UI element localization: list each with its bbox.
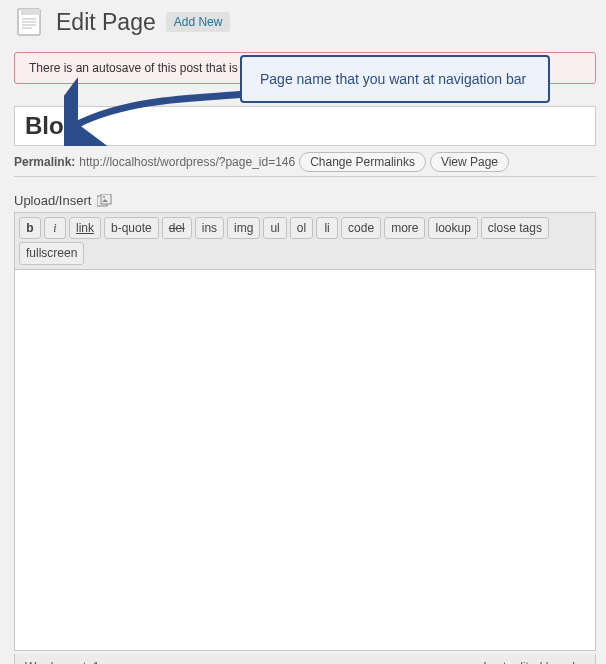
last-edited: Last edited by adm <box>484 660 585 664</box>
quicktag-ol-button[interactable]: ol <box>290 217 313 239</box>
svg-rect-7 <box>101 194 111 204</box>
content-editor[interactable] <box>14 269 596 651</box>
change-permalinks-button[interactable]: Change Permalinks <box>299 152 426 172</box>
permalink-row: Permalink: http://localhost/wordpress/?p… <box>14 152 596 172</box>
permalink-label: Permalink: <box>14 155 75 169</box>
permalink-url: http://localhost/wordpress/?page_id=146 <box>79 155 295 169</box>
quicktag-link-button[interactable]: link <box>69 217 101 239</box>
quicktag-ins-button[interactable]: ins <box>195 217 224 239</box>
quicktags-toolbar: bilinkb-quotedelinsimgulollicodemorelook… <box>14 212 596 269</box>
editor-status-bar: Word count: 1 Last edited by adm <box>14 654 596 664</box>
quicktag-i-button[interactable]: i <box>44 217 66 239</box>
page-title: Edit Page <box>56 9 156 36</box>
svg-point-8 <box>103 196 105 198</box>
page-header: Edit Page Add New <box>14 6 596 38</box>
upload-insert-label: Upload/Insert <box>14 193 91 208</box>
add-new-button[interactable]: Add New <box>166 12 231 32</box>
annotation-callout: Page name that you want at navigation ba… <box>240 55 550 103</box>
view-page-button[interactable]: View Page <box>430 152 509 172</box>
quicktag-del-button[interactable]: del <box>162 217 192 239</box>
quicktag-lookup-button[interactable]: lookup <box>428 217 477 239</box>
quicktag-b-button[interactable]: b <box>19 217 41 239</box>
divider <box>14 176 596 177</box>
upload-insert-row: Upload/Insert <box>14 193 596 208</box>
title-input[interactable] <box>14 106 596 146</box>
quicktag-more-button[interactable]: more <box>384 217 425 239</box>
annotation-text: Page name that you want at navigation ba… <box>260 71 526 87</box>
quicktag-img-button[interactable]: img <box>227 217 260 239</box>
quicktag-ul-button[interactable]: ul <box>263 217 286 239</box>
quicktag-fullscreen-button[interactable]: fullscreen <box>19 242 84 264</box>
svg-rect-1 <box>21 9 40 15</box>
page-icon <box>14 6 46 38</box>
quicktag-code-button[interactable]: code <box>341 217 381 239</box>
quicktag-closetags-button[interactable]: close tags <box>481 217 549 239</box>
quicktag-li-button[interactable]: li <box>316 217 338 239</box>
quicktag-bquote-button[interactable]: b-quote <box>104 217 159 239</box>
add-media-icon[interactable] <box>97 194 113 208</box>
word-count: Word count: 1 <box>25 660 99 664</box>
